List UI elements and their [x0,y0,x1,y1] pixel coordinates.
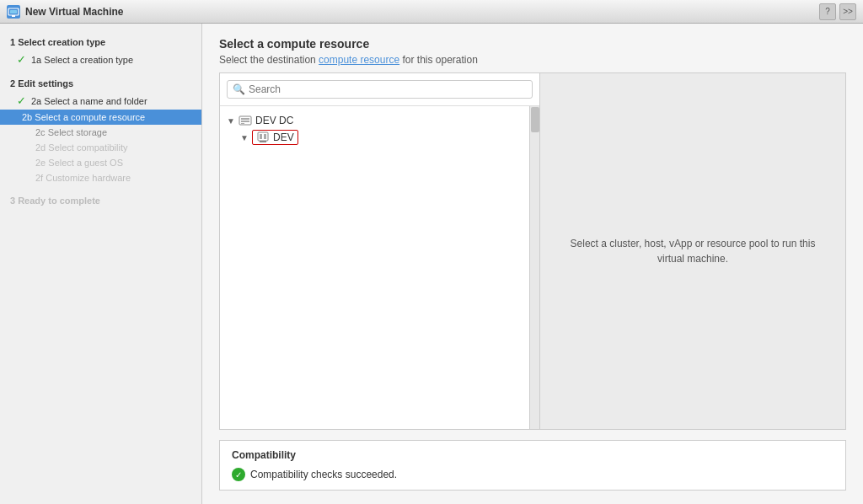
compat-message: Compatibility checks succeeded. [250,469,397,480]
search-icon: 🔍 [233,83,245,95]
sidebar-label-1a: 1a Select a creation type [31,55,133,65]
sidebar-item-2e: 2e Select a guest OS [0,155,201,170]
content-subtitle: Select the destination compute resource … [219,54,846,66]
sidebar-section-2: 2 Edit settings [0,75,201,92]
svg-rect-7 [258,132,268,141]
sidebar-label-2c: 2c Select storage [35,127,107,137]
resource-tree: ▼ DEV DC [220,106,529,429]
svg-rect-8 [260,134,262,139]
sidebar-item-1a[interactable]: ✓ 1a Select a creation type [0,51,201,68]
compatibility-title: Compatibility [232,449,834,461]
tree-label-devdc: DEV DC [255,115,293,126]
app-icon [7,5,20,19]
tree-label-dev: DEV [273,131,294,143]
search-input-wrap[interactable]: 🔍 [227,80,533,99]
resource-tree-panel: 🔍 ▼ [220,73,540,429]
check-icon-2a: ✓ [17,94,26,107]
sidebar-label-2d: 2d Select compatibility [35,142,127,153]
sidebar-label-2a: 2a Select a name and folder [31,96,147,106]
dev-selected-highlight: DEV [252,130,298,145]
content-title: Select a compute resource [219,37,846,51]
sidebar-label-2e: 2e Select a guest OS [35,158,123,168]
content-area: Select a compute resource Select the des… [202,24,863,504]
sidebar-label-2f: 2f Customize hardware [35,173,131,183]
sidebar-section-1: 1 Select creation type [0,34,201,51]
content-body: 🔍 ▼ [219,72,846,491]
title-bar-left: New Virtual Machine [7,5,123,19]
resource-detail-text: Select a cluster, host, vApp or resource… [557,236,828,266]
compat-check-icon: ✓ [232,468,245,481]
svg-rect-10 [260,141,266,142]
svg-rect-2 [12,15,15,17]
title-bar: New Virtual Machine ? >> [0,0,863,24]
sidebar-item-2f: 2f Customize hardware [0,170,201,185]
svg-rect-5 [241,121,249,122]
compatibility-section: Compatibility ✓ Compatibility checks suc… [219,440,846,491]
resource-panels: 🔍 ▼ [219,72,846,430]
svg-rect-4 [241,118,249,120]
sidebar-item-2a[interactable]: ✓ 2a Select a name and folder [0,92,201,110]
search-bar: 🔍 [220,73,539,106]
check-icon-1a: ✓ [17,53,26,66]
tree-node-dev[interactable]: ▼ [227,128,523,147]
window-title: New Virtual Machine [25,6,123,18]
content-header: Select a compute resource Select the des… [219,37,846,66]
compatibility-row: ✓ Compatibility checks succeeded. [232,468,834,481]
resource-detail-panel: Select a cluster, host, vApp or resource… [540,73,845,429]
sidebar: 1 Select creation type ✓ 1a Select a cre… [0,24,202,504]
host-icon [256,131,270,143]
sidebar-item-2d: 2d Select compatibility [0,140,201,155]
sidebar-item-2c[interactable]: 2c Select storage [0,125,201,140]
sidebar-label-2b: 2b Select a compute resource [22,112,145,122]
svg-rect-1 [10,10,17,13]
svg-rect-9 [264,134,266,139]
expand-dev: ▼ [240,133,249,142]
scroll-thumb[interactable] [531,107,539,132]
help-button[interactable]: ? [819,3,836,20]
svg-rect-6 [241,123,244,124]
tree-node-devdc[interactable]: ▼ DEV DC [227,113,523,128]
sidebar-item-2b[interactable]: 2b Select a compute resource [0,110,201,125]
more-button[interactable]: >> [839,3,856,20]
sidebar-section-3: 3 Ready to complete [0,192,201,209]
tree-scrollbar[interactable] [529,106,539,429]
compute-resource-link[interactable]: compute resource [319,54,399,66]
title-bar-actions: ? >> [819,3,856,20]
dc-icon [239,115,252,126]
search-input[interactable] [249,83,527,95]
expand-devdc: ▼ [227,116,235,126]
